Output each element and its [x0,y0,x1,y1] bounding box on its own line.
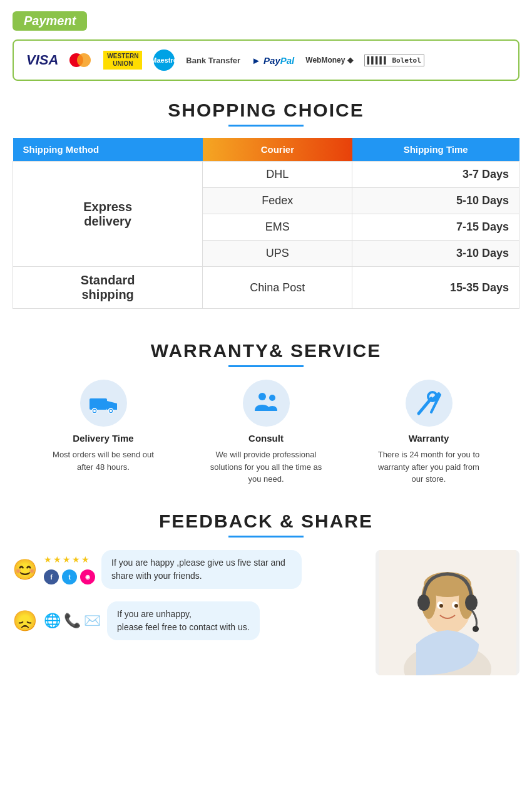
mail-icon: ✉️ [84,613,101,629]
globe-icon: 🌐 [44,613,61,629]
th-courier: Courier [203,138,352,162]
shopping-title: SHOPPING CHOICE [13,100,519,121]
method-standard: Standardshipping [13,267,203,309]
feedback-left: 😊 ★ ★ ★ ★ ★ f t ◉ If you are happ [13,550,357,640]
time-fedex: 5-10 Days [352,188,519,214]
feedback-title: FEEDBACK & SHARE [13,511,519,532]
time-ups: 3-10 Days [352,241,519,267]
svg-point-6 [258,393,266,400]
svg-point-23 [417,595,430,611]
table-header-row: Shipping Method Courier Shipping Time [13,138,519,162]
time-dhl: 3-7 Days [352,162,519,188]
courier-fedex: Fedex [203,188,352,214]
warranty-desc: There is 24 month for you to warranty af… [372,449,485,486]
star-5: ★ [81,554,90,564]
maestro-logo: Maestro [153,49,175,71]
shopping-section: SHOPPING CHOICE Shipping Method Courier … [0,87,532,334]
happy-smiley: 😊 [13,558,38,581]
table-row: Standardshipping China Post 15-35 Days [13,267,519,309]
shipping-table: Shipping Method Courier Shipping Time Ex… [13,138,519,309]
bank-transfer-logo: Bank Transfer [186,56,240,65]
payment-badge: Payment [13,11,87,31]
delivery-desc: Most orders will be send out after 48 ho… [47,449,160,473]
svg-point-22 [454,604,458,608]
star-4: ★ [72,554,80,564]
warranty-label: Warranty [409,433,449,444]
warranty-icons-row: Delivery Time Most orders will be send o… [13,380,519,486]
table-row: Expressdelivery DHL 3-7 Days [13,162,519,188]
shopping-underline [228,125,304,127]
flickr-icon[interactable]: ◉ [80,569,95,584]
delivery-label: Delivery Time [73,433,133,444]
consult-label: Consult [248,433,284,444]
time-chinapost: 15-35 Days [352,267,519,309]
feedback-right [357,550,519,675]
star-2: ★ [53,554,61,564]
svg-point-24 [465,595,478,611]
warranty-item-warranty: Warranty There is 24 month for you to wa… [372,380,485,486]
svg-point-5 [110,410,112,412]
star-1: ★ [44,554,52,564]
unhappy-icons: 🌐 📞 ✉️ [44,613,101,629]
method-express: Expressdelivery [13,162,203,267]
happy-bubble: If you are happy ,please give us five st… [101,550,302,589]
feedback-underline [228,536,304,538]
feedback-content: 😊 ★ ★ ★ ★ ★ f t ◉ If you are happ [13,550,519,675]
star-row: ★ ★ ★ ★ ★ [44,554,95,564]
consult-desc: We will provide professional solutions f… [210,449,322,486]
time-ems: 7-15 Days [352,214,519,241]
warranty-section: WARRANTY& SERVICE Delivery Time Most ord… [0,334,532,504]
star-3: ★ [63,554,71,564]
delivery-icon-circle [80,380,127,427]
unhappy-bubble: If you are unhappy,please feel free to c… [107,601,260,640]
feedback-unhappy-row: 😞 🌐 📞 ✉️ If you are unhappy,please feel … [13,601,260,640]
warranty-item-delivery: Delivery Time Most orders will be send o… [47,380,160,473]
courier-chinapost: China Post [203,267,352,309]
unhappy-smiley: 😞 [13,609,38,633]
warranty-title: WARRANTY& SERVICE [13,340,519,361]
consult-icon [251,388,281,418]
svg-point-25 [473,626,479,632]
warranty-icon-circle [406,380,453,427]
payment-methods-box: VISA WESTERNUNION Maestro Bank Transfer … [13,39,519,81]
facebook-icon[interactable]: f [44,569,59,584]
feedback-happy-row: 😊 ★ ★ ★ ★ ★ f t ◉ If you are happ [13,550,302,589]
webmoney-logo: WebMoney ◆ [305,56,352,65]
wrench-icon [414,388,444,418]
th-time: Shipping Time [352,138,519,162]
payment-section: Payment VISA WESTERNUNION Maestro Bank T… [0,0,532,87]
social-icons: f t ◉ [44,569,95,584]
courier-ups: UPS [203,241,352,267]
twitter-icon[interactable]: t [62,569,77,584]
western-union-logo: WESTERNUNION [103,51,142,70]
warranty-item-consult: Consult We will provide professional sol… [210,380,322,486]
consult-icon-circle [243,380,290,427]
svg-point-7 [269,395,275,401]
phone-icon: 📞 [64,613,81,629]
svg-point-4 [93,410,96,412]
warranty-underline [228,365,304,367]
svg-point-21 [439,604,443,608]
svg-rect-0 [90,398,107,410]
courier-ems: EMS [203,214,352,241]
cs-agent-svg [379,550,516,675]
mastercard-logo [69,53,92,68]
boletol-logo: ▌▌▌▌▌ Boletol [364,55,424,66]
customer-service-image [376,550,519,675]
truck-icon [88,388,118,418]
feedback-section: FEEDBACK & SHARE 😊 ★ ★ ★ ★ ★ f t [0,504,532,688]
th-method: Shipping Method [13,138,203,162]
visa-logo: VISA [26,52,58,68]
paypal-logo: ► PayPal [252,55,294,66]
courier-dhl: DHL [203,162,352,188]
